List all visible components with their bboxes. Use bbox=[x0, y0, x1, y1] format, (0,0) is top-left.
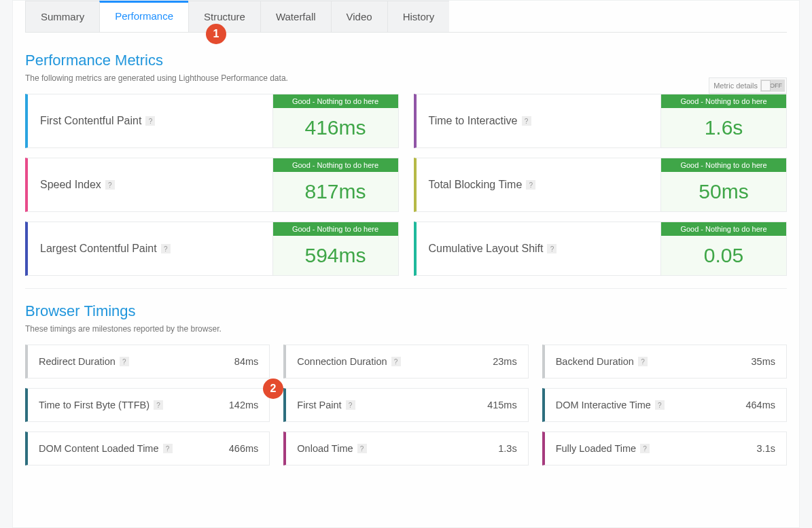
metric-status: Good - Nothing to do here bbox=[661, 222, 786, 236]
metric-label: Total Blocking Time? bbox=[417, 158, 661, 211]
timing-value: 3.1s bbox=[757, 443, 775, 454]
timing-value: 23ms bbox=[493, 356, 516, 367]
timing-label: Backend Duration? bbox=[556, 356, 648, 367]
timing-value: 466ms bbox=[229, 443, 259, 454]
annotation-badge-1: 1 bbox=[206, 24, 226, 44]
timings-section-title: Browser Timings bbox=[25, 302, 787, 320]
toggle-switch[interactable]: OFF bbox=[760, 80, 785, 92]
timing-card: First Paint?415ms bbox=[283, 388, 528, 422]
timing-card: Fully Loaded Time?3.1s bbox=[542, 432, 787, 465]
tab-video[interactable]: Video bbox=[331, 1, 387, 32]
timing-label: DOM Content Loaded Time? bbox=[39, 443, 173, 454]
help-icon[interactable]: ? bbox=[145, 116, 155, 126]
tab-waterfall[interactable]: Waterfall bbox=[260, 1, 331, 32]
help-icon[interactable]: ? bbox=[640, 444, 650, 453]
metric-card: Largest Contentful Paint?Good - Nothing … bbox=[25, 222, 399, 276]
metrics-section-title: Performance Metrics bbox=[25, 52, 288, 69]
tab-bar: SummaryPerformanceStructureWaterfallVide… bbox=[25, 1, 787, 33]
metric-status: Good - Nothing to do here bbox=[273, 94, 398, 108]
timing-label: Time to First Byte (TTFB)? bbox=[39, 400, 163, 410]
timing-label: Connection Duration? bbox=[297, 356, 400, 367]
metric-value-box: Good - Nothing to do here1.6s bbox=[660, 94, 786, 147]
timing-label: First Paint? bbox=[297, 400, 355, 410]
metric-label: Speed Index? bbox=[28, 158, 272, 211]
metric-card: Speed Index?Good - Nothing to do here817… bbox=[25, 158, 399, 212]
timing-value: 1.3s bbox=[498, 443, 516, 454]
metric-value: 594ms bbox=[273, 236, 398, 275]
help-icon[interactable]: ? bbox=[105, 180, 115, 190]
metric-details-label: Metric details bbox=[713, 82, 758, 90]
timing-label: Fully Loaded Time? bbox=[556, 443, 650, 454]
metric-status: Good - Nothing to do here bbox=[661, 158, 786, 172]
section-divider bbox=[25, 288, 787, 289]
help-icon[interactable]: ? bbox=[357, 444, 367, 453]
help-icon[interactable]: ? bbox=[120, 357, 129, 366]
metric-label: Cumulative Layout Shift? bbox=[417, 222, 661, 275]
annotation-badge-2: 2 bbox=[263, 379, 283, 399]
metric-status: Good - Nothing to do here bbox=[661, 94, 786, 108]
metric-value-box: Good - Nothing to do here817ms bbox=[272, 158, 398, 211]
metrics-section-subtitle: The following metrics are generated usin… bbox=[25, 73, 288, 83]
metric-value-box: Good - Nothing to do here416ms bbox=[272, 94, 398, 147]
metric-value: 416ms bbox=[273, 108, 398, 147]
metric-value-box: Good - Nothing to do here594ms bbox=[272, 222, 398, 275]
metric-value-box: Good - Nothing to do here0.05 bbox=[660, 222, 786, 275]
help-icon[interactable]: ? bbox=[547, 244, 557, 253]
metric-status: Good - Nothing to do here bbox=[273, 158, 398, 172]
metrics-grid: First Contentful Paint?Good - Nothing to… bbox=[25, 94, 787, 276]
timing-label: Redirect Duration? bbox=[39, 356, 129, 367]
timing-card: Backend Duration?35ms bbox=[542, 345, 787, 379]
metrics-heading-row: Performance Metrics The following metric… bbox=[25, 45, 787, 94]
metric-value-box: Good - Nothing to do here50ms bbox=[660, 158, 786, 211]
timing-value: 415ms bbox=[487, 400, 517, 410]
metric-details-toggle[interactable]: Metric details OFF bbox=[709, 77, 787, 94]
timings-section-subtitle: These timings are milestones reported by… bbox=[25, 324, 787, 334]
metric-label: Time to Interactive? bbox=[417, 94, 661, 147]
timing-card: Onload Time?1.3s bbox=[283, 432, 528, 465]
timing-value: 35ms bbox=[752, 356, 775, 367]
help-icon[interactable]: ? bbox=[391, 357, 401, 366]
timing-value: 142ms bbox=[229, 400, 259, 410]
metric-label: First Contentful Paint? bbox=[28, 94, 272, 147]
help-icon[interactable]: ? bbox=[655, 400, 665, 410]
help-icon[interactable]: ? bbox=[638, 357, 648, 366]
timing-card: Redirect Duration?84ms bbox=[25, 345, 270, 379]
metric-value: 1.6s bbox=[661, 108, 786, 147]
metric-card: Time to Interactive?Good - Nothing to do… bbox=[414, 94, 788, 148]
metric-card: Cumulative Layout Shift?Good - Nothing t… bbox=[414, 222, 788, 276]
page: SummaryPerformanceStructureWaterfallVide… bbox=[12, 0, 800, 528]
help-icon[interactable]: ? bbox=[154, 400, 163, 410]
timing-card: Connection Duration?23ms bbox=[283, 345, 528, 379]
timing-card: Time to First Byte (TTFB)?142ms bbox=[25, 388, 270, 422]
timing-card: DOM Interactive Time?464ms bbox=[542, 388, 787, 422]
metric-value: 817ms bbox=[273, 172, 398, 211]
timing-label: Onload Time? bbox=[297, 443, 366, 454]
timing-value: 464ms bbox=[745, 400, 775, 410]
metric-status: Good - Nothing to do here bbox=[273, 222, 398, 236]
help-icon[interactable]: ? bbox=[522, 116, 531, 126]
timing-label: DOM Interactive Time? bbox=[556, 400, 665, 410]
metric-value: 50ms bbox=[661, 172, 786, 211]
timing-card: DOM Content Loaded Time?466ms bbox=[25, 432, 270, 465]
metric-card: Total Blocking Time?Good - Nothing to do… bbox=[414, 158, 788, 212]
metric-value: 0.05 bbox=[661, 236, 786, 275]
metric-card: First Contentful Paint?Good - Nothing to… bbox=[25, 94, 399, 148]
tab-performance[interactable]: Performance bbox=[99, 1, 188, 32]
help-icon[interactable]: ? bbox=[163, 444, 173, 453]
tab-history[interactable]: History bbox=[387, 1, 450, 32]
tab-summary[interactable]: Summary bbox=[25, 1, 99, 32]
help-icon[interactable]: ? bbox=[526, 180, 535, 190]
timings-grid: 2 Redirect Duration?84msConnection Durat… bbox=[25, 345, 787, 465]
timing-value: 84ms bbox=[234, 356, 258, 367]
help-icon[interactable]: ? bbox=[161, 244, 171, 253]
help-icon[interactable]: ? bbox=[346, 400, 355, 410]
metric-label: Largest Contentful Paint? bbox=[28, 222, 272, 275]
